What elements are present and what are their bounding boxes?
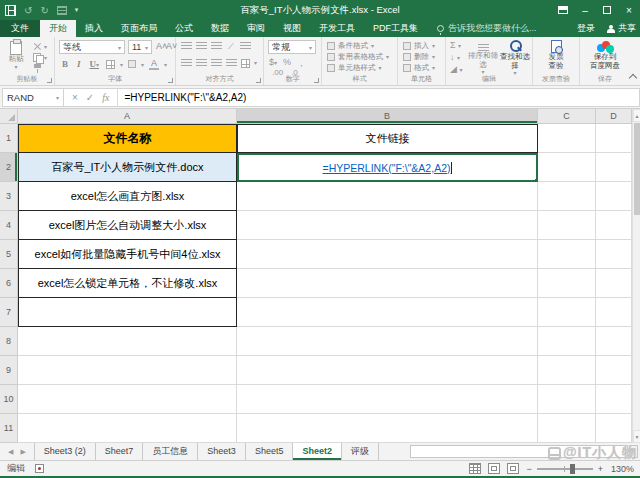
- enter-entry-icon[interactable]: ✓: [86, 92, 94, 103]
- row-header-3[interactable]: 3: [0, 182, 18, 211]
- scroll-up-icon[interactable]: ▲: [633, 109, 640, 122]
- ribbon-tab-开发工具[interactable]: 开发工具: [310, 20, 364, 37]
- align-middle-icon[interactable]: [196, 42, 207, 50]
- cell-B5[interactable]: [237, 240, 538, 269]
- ribbon-tab-数据[interactable]: 数据: [202, 20, 238, 37]
- column-header-C[interactable]: C: [538, 109, 596, 124]
- name-box[interactable]: RAND ▾: [2, 88, 64, 107]
- fill-color-icon[interactable]: [128, 60, 136, 68]
- zoom-slider-thumb[interactable]: [570, 464, 575, 474]
- styles-item-条件格式[interactable]: 条件格式▾: [327, 40, 389, 51]
- cell-C7[interactable]: [538, 298, 596, 327]
- record-macro-icon[interactable]: [35, 464, 44, 473]
- cells-item-删除[interactable]: 删除▾: [403, 51, 435, 62]
- cell-C8[interactable]: [538, 327, 596, 356]
- sort-filter-button[interactable]: 排序和筛选 ▾: [468, 39, 498, 76]
- align-center-icon[interactable]: [196, 59, 207, 67]
- cancel-entry-icon[interactable]: ×: [72, 92, 78, 103]
- align-bottom-icon[interactable]: [211, 42, 222, 50]
- collapse-ribbon-icon[interactable]: [629, 74, 637, 82]
- cell-C10[interactable]: [538, 385, 596, 414]
- align-left-icon[interactable]: [181, 59, 192, 67]
- cell-C1[interactable]: [538, 124, 596, 153]
- cell-D4[interactable]: [596, 211, 632, 240]
- cell-B11[interactable]: [237, 414, 538, 443]
- vertical-scrollbar[interactable]: ▲ ▼: [632, 109, 640, 443]
- save-to-baidu-button[interactable]: 保存到 百度网盘: [587, 38, 623, 70]
- cell-D1[interactable]: [596, 124, 632, 153]
- sheet-tab-Sheet3 (2)[interactable]: Sheet3 (2): [34, 443, 96, 460]
- row-header-11[interactable]: 11: [0, 414, 18, 443]
- cell-D3[interactable]: [596, 182, 632, 211]
- cell-A11[interactable]: [18, 414, 237, 443]
- format-painter-icon[interactable]: [33, 64, 42, 73]
- cell-C6[interactable]: [538, 269, 596, 298]
- cell-B7[interactable]: [237, 298, 538, 327]
- cell-D9[interactable]: [596, 356, 632, 385]
- sheet-tab-Sheet7[interactable]: Sheet7: [96, 443, 144, 460]
- align-right-icon[interactable]: [211, 59, 222, 67]
- cells-item-插入[interactable]: 插入▾: [403, 40, 435, 51]
- insert-function-icon[interactable]: fx: [102, 92, 109, 103]
- decrease-indent-icon[interactable]: [226, 59, 237, 67]
- cell-A8[interactable]: [18, 327, 237, 356]
- paste-button[interactable]: 粘贴 ▾: [3, 39, 29, 71]
- comma-style-icon[interactable]: ，: [297, 57, 306, 70]
- cell-B9[interactable]: [237, 356, 538, 385]
- cell-A4[interactable]: excel图片怎么自动调整大小.xlsx: [18, 211, 237, 240]
- alignment-dialog-launcher[interactable]: [256, 78, 261, 83]
- fill-button[interactable]: ↓ ▾: [450, 52, 462, 64]
- row-header-10[interactable]: 10: [0, 385, 18, 414]
- cell-B6[interactable]: [237, 269, 538, 298]
- cut-icon[interactable]: [33, 42, 42, 51]
- maximize-button[interactable]: [596, 0, 618, 20]
- sheet-tab-Sheet2[interactable]: Sheet2: [293, 443, 342, 460]
- column-header-A[interactable]: A: [18, 109, 237, 124]
- italic-button[interactable]: I: [75, 59, 83, 69]
- cell-D5[interactable]: [596, 240, 632, 269]
- cell-C11[interactable]: [538, 414, 596, 443]
- name-box-dropdown-icon[interactable]: ▾: [56, 94, 59, 101]
- font-color-icon[interactable]: A: [149, 58, 159, 70]
- zoom-slider[interactable]: [537, 468, 593, 470]
- paste-dropdown-icon[interactable]: ▾: [14, 64, 17, 71]
- row-header-9[interactable]: 9: [0, 356, 18, 385]
- cell-C9[interactable]: [538, 356, 596, 385]
- sign-in-button[interactable]: 登录: [577, 22, 595, 35]
- column-header-B[interactable]: B: [237, 109, 538, 124]
- clipboard-dialog-launcher[interactable]: [47, 78, 52, 83]
- tell-me-box[interactable]: 告诉我您想要做什么...: [427, 20, 537, 37]
- autosum-button[interactable]: Σ ▾: [450, 40, 462, 52]
- vertical-scroll-thumb[interactable]: [634, 123, 640, 215]
- row-header-6[interactable]: 6: [0, 269, 18, 298]
- underline-button[interactable]: U▾: [88, 59, 102, 69]
- cell-B4[interactable]: [237, 211, 538, 240]
- next-sheet-icon[interactable]: ▶: [20, 448, 25, 456]
- ribbon-tab-插入[interactable]: 插入: [76, 20, 112, 37]
- ribbon-tab-页面布局[interactable]: 页面布局: [112, 20, 166, 37]
- ribbon-tab-开始[interactable]: 开始: [40, 20, 76, 37]
- number-format-select[interactable]: 常规▾: [268, 40, 316, 54]
- bold-button[interactable]: B: [60, 59, 70, 69]
- sheet-tab-员工信息[interactable]: 员工信息: [143, 443, 198, 460]
- share-button[interactable]: 共享: [607, 22, 636, 35]
- page-layout-view-icon[interactable]: [488, 463, 500, 474]
- scroll-down-icon[interactable]: ▼: [633, 430, 640, 443]
- ribbon-display-options-icon[interactable]: [552, 0, 574, 20]
- minimize-button[interactable]: –: [574, 0, 596, 20]
- ribbon-tab-文件[interactable]: 文件: [0, 20, 40, 37]
- column-header-D[interactable]: D: [596, 109, 632, 124]
- cell-D2[interactable]: [596, 153, 632, 182]
- font-dialog-launcher[interactable]: [168, 78, 173, 83]
- row-header-8[interactable]: 8: [0, 327, 18, 356]
- cell-B10[interactable]: [237, 385, 538, 414]
- prev-sheet-icon[interactable]: ◀: [8, 448, 13, 456]
- invoice-check-button[interactable]: 发票 查验: [541, 38, 571, 70]
- ribbon-tab-PDF工具集[interactable]: PDF工具集: [364, 20, 427, 37]
- zoom-out-icon[interactable]: −: [526, 464, 531, 474]
- cell-D6[interactable]: [596, 269, 632, 298]
- horizontal-scrollbar[interactable]: [410, 445, 628, 458]
- cell-A1[interactable]: 文件名称: [18, 124, 237, 153]
- row-header-1[interactable]: 1: [0, 124, 18, 153]
- ribbon-tab-审阅[interactable]: 审阅: [238, 20, 274, 37]
